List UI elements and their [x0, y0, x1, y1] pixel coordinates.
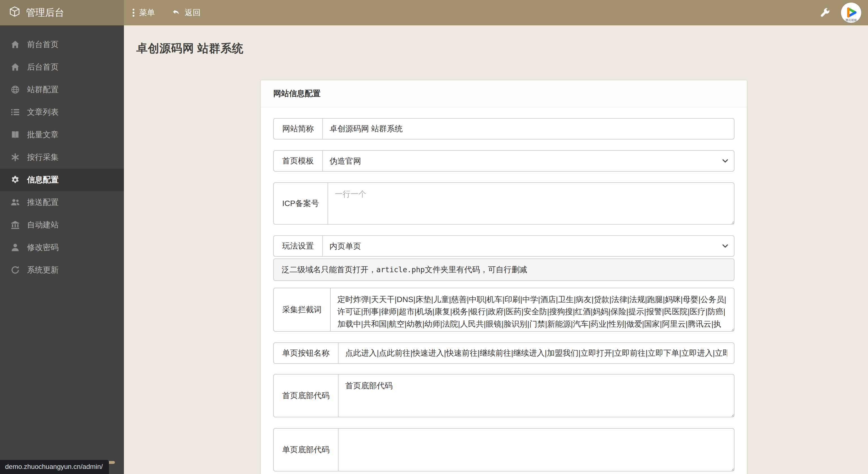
home-template-select[interactable]: 伪造官网 [323, 151, 734, 171]
play-mode-note-post: 文件夹里有代码，可自行删减 [425, 265, 527, 274]
sidebar-item-label: 文章列表 [27, 107, 59, 118]
home-footer-code-textarea[interactable]: 首页底部代码 [339, 375, 734, 417]
sidebar-item-article-list[interactable]: 文章列表 [0, 101, 124, 123]
home-template-row: 首页模板 伪造官网 [273, 150, 735, 172]
sidebar-item-admin-home[interactable]: 后台首页 [0, 56, 124, 78]
brand[interactable]: 管理后台 [0, 0, 124, 25]
single-footer-code-textarea[interactable] [339, 428, 734, 471]
asterisk-icon [11, 153, 20, 162]
sidebar-item-label: 修改密码 [27, 242, 59, 253]
icp-textarea[interactable] [328, 183, 734, 224]
return-arrow-icon [172, 8, 180, 17]
gear-icon [11, 175, 20, 184]
block-words-label: 采集拦截词 [274, 288, 330, 331]
sidebar-item-auto-build[interactable]: 自动建站 [0, 214, 124, 236]
sidebar-item-label: 系统更新 [27, 265, 59, 275]
vertical-dots-icon [132, 8, 135, 17]
card-title: 网站信息配置 [261, 80, 747, 107]
single-footer-code-label: 单页底部代码 [274, 428, 338, 471]
icp-row: ICP备案号 [273, 182, 735, 225]
back-button[interactable]: 返回 [163, 0, 209, 25]
sidebar-item-label: 后台首页 [27, 62, 59, 72]
user-icon [11, 243, 20, 252]
browser-status-bubble: demo.zhuochuangyun.cn/admin/ [0, 460, 109, 474]
menu-button[interactable]: 菜单 [124, 0, 163, 25]
sidebar-item-label: 推送配置 [27, 197, 59, 208]
avatar-caption: 腾讯视频 [845, 19, 857, 22]
single-footer-code-row: 单页底部代码 [273, 428, 735, 471]
brand-title: 管理后台 [26, 6, 64, 19]
block-words-field-wrap: 定时炸弹|天天干|DNS|床垫|儿童|慈善|中职|机车|印刷|中学|酒店|卫生|… [330, 288, 734, 331]
play-mode-note-pre: 泛二级域名只能首页打开， [282, 265, 376, 274]
sidebar-item-change-password[interactable]: 修改密码 [0, 236, 124, 259]
home-footer-code-row: 首页底部代码 首页底部代码 [273, 374, 735, 417]
sidebar-item-label: 信息配置 [27, 174, 59, 185]
site-name-label: 网站简称 [274, 119, 322, 139]
sidebar-item-line-collect[interactable]: 按行采集 [0, 146, 124, 169]
home-footer-code-field-wrap: 首页底部代码 [338, 375, 734, 417]
sidebar-item-info-config[interactable]: 信息配置 [0, 169, 124, 191]
site-name-input[interactable] [323, 119, 734, 139]
single-footer-code-field-wrap [338, 428, 734, 471]
button-names-label: 单页按钮名称 [274, 343, 338, 363]
topbar-right: 腾讯视频 [820, 0, 868, 25]
button-names-row: 单页按钮名称 [273, 343, 735, 364]
users-icon [11, 198, 20, 207]
globe-icon [11, 85, 20, 94]
button-names-field-wrap [338, 343, 734, 363]
home-footer-code-label: 首页底部代码 [274, 375, 338, 417]
site-name-field-wrap [322, 119, 734, 139]
sidebar-item-label: 批量文章 [27, 129, 59, 140]
sidebar-item-label: 前台首页 [27, 39, 59, 50]
sidebar-item-label: 按行采集 [27, 152, 59, 162]
site-info-card: 网站信息配置 网站简称 首页模板 伪造官网 [260, 80, 747, 474]
play-mode-label: 玩法设置 [274, 236, 322, 256]
site-name-row: 网站简称 [273, 118, 735, 140]
sidebar-item-label: 站群配置 [27, 84, 59, 95]
back-button-label: 返回 [185, 7, 200, 18]
bank-icon [11, 220, 20, 229]
home-template-label: 首页模板 [274, 151, 322, 171]
refresh-icon [11, 265, 20, 274]
play-mode-note-code: article.php [376, 265, 425, 274]
icp-label: ICP备案号 [274, 183, 328, 224]
home-icon [11, 40, 20, 49]
home-template-field-wrap: 伪造官网 [322, 151, 734, 171]
user-avatar[interactable]: 腾讯视频 [841, 3, 861, 23]
card-body: 网站简称 首页模板 伪造官网 [261, 118, 747, 474]
wrench-icon[interactable] [820, 8, 830, 18]
home-icon [11, 63, 20, 71]
app-window: 管理后台 菜单 返回 [0, 0, 868, 474]
play-mode-note: 泛二级域名只能首页打开，article.php文件夹里有代码，可自行删减 [273, 259, 735, 281]
main-content: 卓创源码网 站群系统 网站信息配置 网站简称 首页模板 伪造官网 [124, 25, 868, 474]
block-words-row: 采集拦截词 定时炸弹|天天干|DNS|床垫|儿童|慈善|中职|机车|印刷|中学|… [273, 288, 735, 332]
button-names-input[interactable] [339, 343, 734, 363]
topbar-nav: 菜单 返回 [124, 0, 820, 25]
sidebar-item-front-home[interactable]: 前台首页 [0, 33, 124, 56]
sidebar-item-sitegroup-config[interactable]: 站群配置 [0, 78, 124, 101]
block-words-textarea[interactable]: 定时炸弹|天天干|DNS|床垫|儿童|慈善|中职|机车|印刷|中学|酒店|卫生|… [331, 288, 734, 331]
sidebar: 前台首页 后台首页 站群配置 文章列表 批量文章 按行采集 信息配置 [0, 25, 124, 474]
sidebar-item-batch-articles[interactable]: 批量文章 [0, 123, 124, 146]
sidebar-item-push-config[interactable]: 推送配置 [0, 191, 124, 214]
play-mode-row: 玩法设置 内页单页 [273, 235, 735, 257]
topbar: 管理后台 菜单 返回 [0, 0, 868, 25]
book-icon [11, 130, 20, 139]
icp-field-wrap [328, 183, 734, 224]
sidebar-item-system-update[interactable]: 系统更新 [0, 259, 124, 281]
menu-button-label: 菜单 [139, 7, 155, 18]
page-title: 卓创源码网 站群系统 [124, 25, 868, 56]
cube-icon [9, 6, 20, 20]
sidebar-item-label: 自动建站 [27, 219, 59, 230]
list-icon [11, 108, 20, 117]
play-mode-select[interactable]: 内页单页 [323, 236, 734, 256]
play-mode-field-wrap: 内页单页 [322, 236, 734, 256]
